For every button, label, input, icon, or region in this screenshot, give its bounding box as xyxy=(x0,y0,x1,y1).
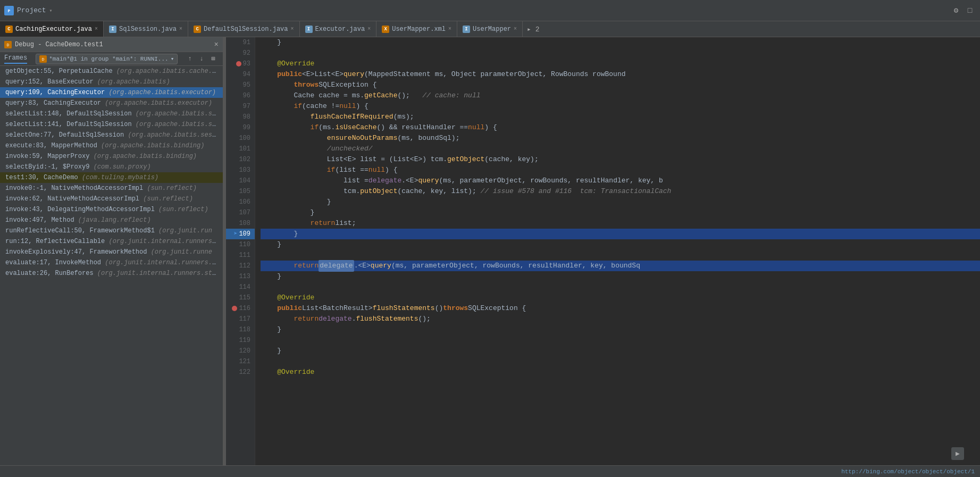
code-line-103: if (list == null ) { xyxy=(261,165,980,175)
line-num-117: 117 xyxy=(226,314,255,324)
code-line-117: return delegate . flushStatements (); xyxy=(261,314,980,324)
expand-button[interactable]: □ xyxy=(964,5,976,16)
code-line-119 xyxy=(261,335,980,346)
code-line-115: @Override xyxy=(261,292,980,303)
code-line-99: if (ms. isUseCache () && resultHandler =… xyxy=(261,122,980,133)
line-num-97: 97 xyxy=(226,101,255,112)
list-item[interactable]: runReflectiveCall:50, FrameworkMethod$1 … xyxy=(0,225,223,236)
thread-chevron-icon: ▾ xyxy=(171,55,174,62)
frames-up-button[interactable]: ↑ xyxy=(185,54,195,64)
list-item[interactable]: query:152, BaseExecutor (org.apache.ibat… xyxy=(0,77,223,87)
line-num-122: 122 xyxy=(226,367,255,378)
frames-down-button[interactable]: ↓ xyxy=(196,54,207,64)
sqlsession-tab-close[interactable]: × xyxy=(179,26,182,32)
defaultsql-tab-close[interactable]: × xyxy=(291,26,294,32)
line-num-119: 119 xyxy=(226,335,255,346)
code-line-108: return list; xyxy=(261,218,980,229)
line-num-100: 100 xyxy=(226,133,255,144)
thread-label: *main*@1 in group *main*: RUNNI... xyxy=(49,56,168,62)
line-num-115: 115 xyxy=(226,292,255,303)
list-item-active[interactable]: query:109, CachingExecutor (org.apache.i… xyxy=(0,87,223,98)
tab-caching-executor[interactable]: C CachingExecutor.java × xyxy=(0,21,104,37)
list-item[interactable]: invoke:497, Method (java.lang.reflect) xyxy=(0,215,223,225)
code-line-107: } xyxy=(261,207,980,218)
list-item-test1[interactable]: test1:30, CacheDemo (com.tuling.mybatis) xyxy=(0,172,223,183)
top-bar: P Project ▾ ⚙ □ xyxy=(0,0,980,21)
code-line-105: tcm. putObject (cache, key, list); // is… xyxy=(261,186,980,197)
code-line-122: @Override xyxy=(261,367,980,378)
frames-actions: ↑ ↓ ⊞ xyxy=(185,54,219,64)
executor-tab-icon: I xyxy=(305,26,313,33)
svg-text:D: D xyxy=(42,57,45,62)
usermapper2-tab-label: UserMapper xyxy=(473,26,511,33)
line-num-112: 112 xyxy=(226,261,255,271)
caching-tab-label: CachingExecutor.java xyxy=(15,26,92,33)
code-line-120: } xyxy=(261,346,980,356)
list-item[interactable]: getObject:55, PerpetualCache (org.apache… xyxy=(0,66,223,77)
tab-sql-session[interactable]: I SqlSession.java × xyxy=(104,21,188,37)
usermapper1-tab-label: UserMapper.xml xyxy=(392,26,446,33)
line-num-111: 111 xyxy=(226,250,255,261)
list-item[interactable]: invoke:43, DelegatingMethodAccessorImpl … xyxy=(0,204,223,215)
thread-selector[interactable]: D *main*@1 in group *main*: RUNNI... ▾ xyxy=(36,54,178,64)
tab-bar: C CachingExecutor.java × I SqlSession.ja… xyxy=(0,21,980,37)
list-item[interactable]: evaluate:26, RunBefores (org.junit.inter… xyxy=(0,268,223,279)
list-item[interactable]: execute:83, MapperMethod (org.apache.iba… xyxy=(0,140,223,151)
code-line-106: } xyxy=(261,197,980,207)
line-numbers: 91 92 93 94 95 96 97 98 99 100 101 102 1… xyxy=(226,37,255,465)
caching-tab-close[interactable]: × xyxy=(95,26,98,32)
list-item[interactable]: invokeExplosively:47, FrameworkMethod (o… xyxy=(0,247,223,257)
executor-tab-close[interactable]: × xyxy=(367,26,371,32)
tab-overflow[interactable]: ▸ 2 xyxy=(523,25,543,34)
code-line-104: list = delegate .<E> query (ms, paramete… xyxy=(261,175,980,186)
frames-filter-button[interactable]: ⊞ xyxy=(208,54,219,64)
code-line-112: return delegate .<E> query (ms, paramete… xyxy=(261,261,980,271)
list-item[interactable]: selectList:141, DefaultSqlSession (org.a… xyxy=(0,119,223,130)
top-bar-actions: ⚙ □ xyxy=(950,5,976,16)
tab-default-sql-session[interactable]: C DefaultSqlSession.java × xyxy=(188,21,299,37)
debug-panel: D Debug - CacheDemo.test1 × Frames D *ma… xyxy=(0,37,223,465)
breakpoint-93 xyxy=(236,61,241,66)
line-num-102: 102 xyxy=(226,154,255,165)
list-item[interactable]: invoke:59, MapperProxy (org.apache.ibati… xyxy=(0,151,223,162)
tab-usermapper2[interactable]: I UserMapper × xyxy=(457,21,523,37)
tab-executor[interactable]: I Executor.java × xyxy=(300,21,377,37)
usermapper1-tab-icon: X xyxy=(382,26,389,33)
list-item[interactable]: invoke:62, NativeMethodAccessorImpl (sun… xyxy=(0,194,223,204)
list-item[interactable]: selectList:148, DefaultSqlSession (org.a… xyxy=(0,108,223,119)
code-line-102: List<E> list = (List<E>) tcm. getObject … xyxy=(261,154,980,165)
list-item[interactable]: query:83, CachingExecutor (org.apache.ib… xyxy=(0,98,223,108)
list-item[interactable]: evaluate:17, InvokeMethod (org.junit.int… xyxy=(0,257,223,268)
code-line-93: @Override xyxy=(261,58,980,69)
code-editor: 91 92 93 94 95 96 97 98 99 100 101 102 1… xyxy=(226,37,980,465)
line-num-92: 92 xyxy=(226,48,255,58)
line-num-95: 95 xyxy=(226,80,255,90)
frames-tab[interactable]: Frames xyxy=(4,54,27,64)
line-num-101: 101 xyxy=(226,144,255,154)
code-lines-container: } @Override public <E> List<E> query (Ma… xyxy=(255,37,980,465)
list-item[interactable]: selectOne:77, DefaultSqlSession (org.apa… xyxy=(0,130,223,140)
list-item[interactable]: invoke0:-1, NativeMethodAccessorImpl (su… xyxy=(0,183,223,194)
code-line-101: /unchecked/ xyxy=(261,144,980,154)
code-line-100: ensureNoOutParams (ms, boundSql); xyxy=(261,133,980,144)
debug-close-button[interactable]: × xyxy=(214,40,219,49)
status-bar: http://bing.com/object/object/object/1 xyxy=(0,465,980,477)
project-chevron-icon[interactable]: ▾ xyxy=(49,7,53,14)
line-num-98: 98 xyxy=(226,112,255,122)
usermapper1-tab-close[interactable]: × xyxy=(448,26,451,32)
usermapper2-tab-close[interactable]: × xyxy=(514,26,517,32)
list-item[interactable]: run:12, ReflectiveCallable (org.junit.in… xyxy=(0,236,223,247)
project-title: Project xyxy=(17,6,46,14)
line-num-116: 116 xyxy=(226,303,255,314)
debug-panel-icon: D xyxy=(4,41,12,48)
line-num-110: 110 xyxy=(226,239,255,250)
code-line-110: } xyxy=(261,239,980,250)
list-item[interactable]: selectByid:-1, $Proxy9 (com.sun.proxy) xyxy=(0,162,223,172)
sqlsession-tab-label: SqlSession.java xyxy=(119,26,177,33)
scroll-to-bottom-button[interactable]: ▶ xyxy=(951,447,964,460)
tab-usermapper1[interactable]: X UserMapper.xml × xyxy=(376,21,457,37)
line-num-108: 108 xyxy=(226,218,255,229)
settings-button[interactable]: ⚙ xyxy=(950,5,962,16)
line-num-121: 121 xyxy=(226,356,255,367)
line-num-113: 113 xyxy=(226,271,255,282)
